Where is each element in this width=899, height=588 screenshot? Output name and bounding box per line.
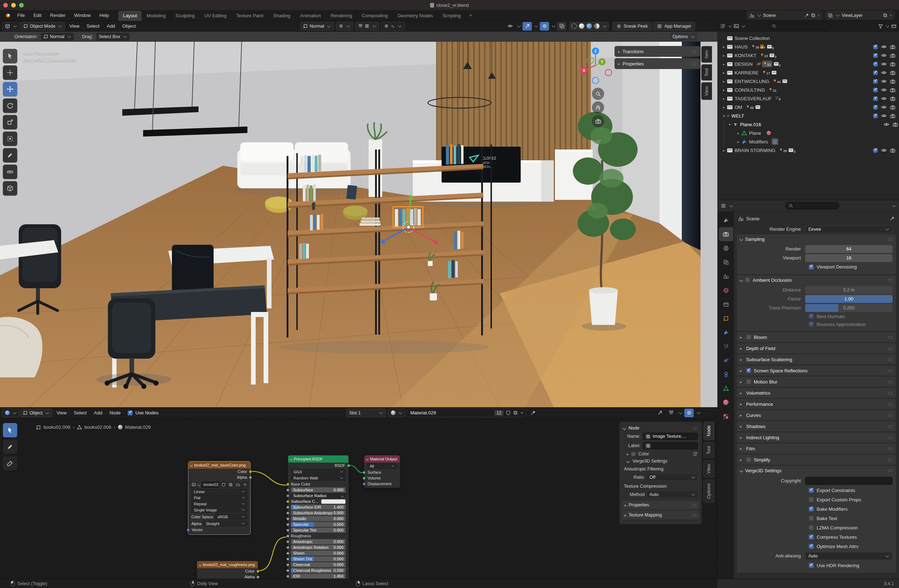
- node-param-row[interactable]: Subsurface C...: [288, 498, 348, 504]
- npanel-tab[interactable]: View: [703, 460, 714, 478]
- exclude-checkbox[interactable]: [873, 88, 878, 93]
- snap-toggle[interactable]: [355, 22, 379, 31]
- render-engine-dropdown[interactable]: Eevee: [805, 225, 893, 233]
- properties-search-input[interactable]: [785, 202, 839, 210]
- gizmo-x-neg[interactable]: [605, 69, 612, 76]
- camera-toggle-icon[interactable]: [890, 113, 895, 119]
- input-socket[interactable]: [286, 488, 289, 492]
- property-section-header[interactable]: ▸Film: [737, 443, 896, 454]
- camera-toggle-icon[interactable]: [890, 79, 895, 84]
- sneak-peek-button[interactable]: Sneak Peek: [612, 22, 652, 31]
- viewport-3d[interactable]: CLOSE2 NEW MEDIA: [0, 42, 717, 407]
- camera-toggle-icon[interactable]: [890, 96, 895, 101]
- copyright-field[interactable]: [805, 477, 893, 485]
- source-dropdown[interactable]: Single Image: [191, 507, 247, 512]
- tab-data[interactable]: [719, 381, 733, 395]
- menu-item[interactable]: Edit: [29, 12, 46, 18]
- annotate-tool[interactable]: [3, 440, 17, 454]
- outliner-row-kontakt[interactable]: ▸KONTAKT ▼232: [718, 51, 899, 60]
- transform-tool[interactable]: [3, 131, 17, 146]
- viewport-menu-item[interactable]: Select: [83, 23, 103, 29]
- transform-orientation-dropdown[interactable]: Normal: [300, 22, 334, 31]
- camera-toggle-icon[interactable]: [890, 87, 895, 93]
- scale-tool[interactable]: [3, 115, 17, 130]
- projection-dropdown[interactable]: Flat: [191, 495, 247, 500]
- workspace-tab[interactable]: Texture Paint: [232, 11, 269, 21]
- alpha-output-socket[interactable]: [249, 476, 252, 479]
- npanel-tab[interactable]: View: [701, 82, 712, 100]
- node-param-row[interactable]: Sheen0.000: [288, 550, 348, 556]
- gizmo-z-neg[interactable]: [592, 77, 599, 84]
- input-socket[interactable]: [286, 557, 289, 561]
- eye-icon[interactable]: [881, 96, 887, 101]
- node-param-row[interactable]: Clearcoat Roughness0.030: [288, 568, 348, 573]
- property-section-header[interactable]: ▸Shadows: [737, 421, 896, 431]
- open-image-icon[interactable]: [235, 482, 241, 488]
- viewport-denoising-checkbox[interactable]: Viewport Denoising: [737, 262, 896, 272]
- app-manager-button[interactable]: App Manager: [653, 22, 695, 31]
- material-browse-button[interactable]: [388, 409, 405, 417]
- workspace-tab[interactable]: Modeling: [142, 11, 171, 21]
- node-menu-item[interactable]: Node: [106, 410, 124, 415]
- displacement-input-socket[interactable]: [363, 482, 366, 486]
- outliner-row-plane-data[interactable]: ▸Plane: [724, 129, 899, 137]
- npanel-tab[interactable]: Options: [703, 480, 714, 503]
- exclude-checkbox[interactable]: [873, 148, 878, 153]
- pan-button[interactable]: [592, 101, 604, 114]
- subsurface-method-dropdown[interactable]: Random Walk: [291, 475, 346, 480]
- transform-panel-header[interactable]: ▸Transform: [615, 46, 700, 57]
- node-panel-header[interactable]: Node: [619, 424, 701, 432]
- links-cut-tool[interactable]: [3, 456, 17, 471]
- viewport-menu-item[interactable]: Add: [103, 23, 119, 29]
- object-visibility-toggle[interactable]: [505, 22, 514, 31]
- new-material-icon[interactable]: [513, 411, 518, 415]
- property-section-header[interactable]: ▸Motion Blur: [737, 377, 896, 387]
- workspace-tab[interactable]: Shading: [269, 11, 296, 21]
- tab-collection[interactable]: [719, 297, 733, 311]
- workspace-tab[interactable]: Compositing: [357, 11, 393, 21]
- eye-icon[interactable]: [881, 87, 887, 93]
- property-section-header[interactable]: ▸Depth of Field: [737, 343, 896, 353]
- alpha-mode-dropdown[interactable]: Straight: [203, 521, 247, 526]
- camera-toggle-icon[interactable]: [893, 122, 898, 127]
- workspace-tab[interactable]: UV Editing: [199, 11, 231, 21]
- menu-item[interactable]: Window: [70, 12, 95, 18]
- node-param-row[interactable]: Sheen Tint0.500: [288, 556, 348, 562]
- principled-bsdf-node[interactable]: Principled BSDF BSDF GGX Random Walk Bas…: [288, 455, 349, 579]
- node-param-row[interactable]: Anisotropic0.000: [288, 539, 348, 545]
- eye-icon[interactable]: [881, 78, 887, 84]
- gizmo-y-neg[interactable]: [587, 57, 594, 64]
- workspace-tab[interactable]: Rendering: [326, 11, 357, 21]
- node-param-row[interactable]: Subsurface Anisotropy0.000: [288, 510, 348, 516]
- section-checkbox[interactable]: [746, 379, 751, 384]
- sampling-panel-header[interactable]: Sampling: [737, 235, 896, 244]
- input-socket[interactable]: [286, 552, 289, 555]
- node-param-row[interactable]: Subsurface Radius: [288, 493, 348, 498]
- outliner-row-om[interactable]: ▸OM ▼49: [718, 103, 899, 111]
- verge3d-subpanel-header[interactable]: Verge3D Settings: [619, 458, 701, 465]
- input-socket[interactable]: [286, 517, 289, 520]
- extension-dropdown[interactable]: Repeat: [191, 501, 247, 506]
- image-texture-node[interactable]: books02_mat_baseColor.png Color Alpha bo…: [188, 461, 251, 535]
- verge3d-checkbox[interactable]: Compress Textures: [737, 532, 896, 542]
- viewlayer-selector[interactable]: ViewLayer ×: [825, 11, 895, 19]
- exclude-checkbox[interactable]: [873, 53, 878, 58]
- verge3d-panel-header[interactable]: Verge3D Settings: [737, 466, 896, 475]
- property-section-header[interactable]: ▸Simplify: [737, 455, 896, 465]
- node-param-row[interactable]: Specular Tint0.000: [288, 527, 348, 533]
- color-output-socket[interactable]: [256, 569, 260, 573]
- ao-factor-slider[interactable]: 1.00: [805, 295, 893, 303]
- unlink-material-icon[interactable]: ×: [521, 410, 523, 415]
- camera-toggle-icon[interactable]: [890, 44, 895, 49]
- method-dropdown[interactable]: Auto: [647, 491, 698, 498]
- outliner-row-entwicklung[interactable]: ▸ENTWICKLUNG ▼44: [718, 77, 899, 86]
- outliner-row-haus[interactable]: ▸HAUS ▼305: [718, 42, 899, 51]
- viewport-menu-item[interactable]: Object: [119, 23, 139, 29]
- tab-view-layer[interactable]: [719, 255, 733, 269]
- options-dropdown[interactable]: Options: [670, 32, 698, 41]
- use-hdr-rendering-checkbox[interactable]: Use HDR Rendering: [737, 561, 896, 570]
- outliner-row-design[interactable]: ▸DESIGN ▼512: [718, 60, 899, 68]
- distribution-dropdown[interactable]: GGX: [291, 469, 346, 474]
- properties-editor-icon[interactable]: [721, 203, 726, 208]
- eye-icon[interactable]: [881, 44, 887, 49]
